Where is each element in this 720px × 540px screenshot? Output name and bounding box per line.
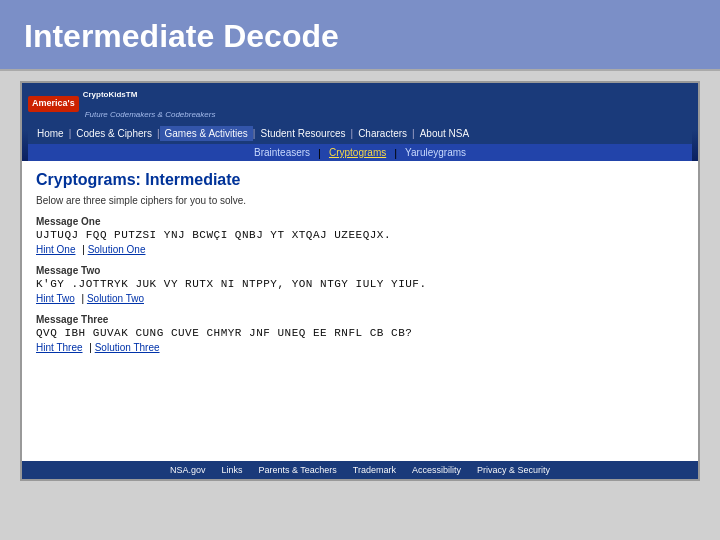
footer-trademark[interactable]: Trademark — [353, 465, 396, 475]
logo-area: America's CryptoKidsTM Future Codemakers… — [28, 87, 692, 123]
message-one-links: Hint One | Solution One — [36, 244, 684, 255]
message-two-links: Hint Two | Solution Two — [36, 293, 684, 304]
subnav-sep-2: | — [394, 147, 397, 159]
nav-codes[interactable]: Codes & Ciphers — [71, 126, 157, 141]
nav-characters[interactable]: Characters — [353, 126, 412, 141]
link-sep-3: | — [89, 342, 94, 353]
footer-accessibility[interactable]: Accessibility — [412, 465, 461, 475]
message-two-cipher: K'GY .JOTTRYK JUK VY RUTX NI NTPPY, YON … — [36, 278, 684, 290]
footer-privacy[interactable]: Privacy & Security — [477, 465, 550, 475]
hint-three-link[interactable]: Hint Three — [36, 342, 83, 353]
browser-frame: America's CryptoKidsTM Future Codemakers… — [20, 81, 700, 481]
message-two-label: Message Two — [36, 265, 684, 276]
logo-cryptokids: CryptoKidsTM — [83, 89, 138, 106]
footer-nsa[interactable]: NSA.gov — [170, 465, 206, 475]
message-three-cipher: QVQ IBH GUVAK CUNG CUVE CHMYR JNF UNEQ E… — [36, 327, 684, 339]
hint-one-link[interactable]: Hint One — [36, 244, 75, 255]
logo-america: America's — [32, 98, 75, 108]
message-one-block: Message One UJTUQJ FQQ PUTZSI YNJ BCWÇI … — [36, 216, 684, 255]
footer-links[interactable]: Links — [221, 465, 242, 475]
logo-brand: CryptoKidsTM Future Codemakers & Codebre… — [83, 89, 216, 119]
message-three-links: Hint Three | Solution Three — [36, 342, 684, 353]
site-footer: NSA.gov Links Parents & Teachers Tradema… — [22, 461, 698, 479]
solution-two-link[interactable]: Solution Two — [87, 293, 144, 304]
site-header: America's CryptoKidsTM Future Codemakers… — [22, 83, 698, 161]
page-intro: Below are three simple ciphers for you t… — [36, 195, 684, 206]
sub-nav: Brainteasers | Cryptograms | Yaruleygram… — [28, 144, 692, 161]
slide-title: Intermediate Decode — [24, 18, 696, 55]
subnav-yaruleygrams[interactable]: Yaruleygrams — [399, 146, 472, 159]
footer-parents[interactable]: Parents & Teachers — [258, 465, 336, 475]
nav-about[interactable]: About NSA — [415, 126, 474, 141]
solution-one-link[interactable]: Solution One — [88, 244, 146, 255]
main-nav: Home | Codes & Ciphers | Games & Activit… — [28, 123, 692, 144]
content-area: Cryptograms: Intermediate Below are thre… — [22, 161, 698, 461]
subnav-sep-1: | — [318, 147, 321, 159]
logo-box: America's — [28, 96, 79, 112]
logo-tagline: Future Codemakers & Codebreakers — [85, 110, 216, 119]
page-heading: Cryptograms: Intermediate — [36, 171, 684, 189]
subnav-brainteasers[interactable]: Brainteasers — [248, 146, 316, 159]
nav-student[interactable]: Student Resources — [255, 126, 350, 141]
message-three-label: Message Three — [36, 314, 684, 325]
message-two-block: Message Two K'GY .JOTTRYK JUK VY RUTX NI… — [36, 265, 684, 304]
message-one-cipher: UJTUQJ FQQ PUTZSI YNJ BCWÇI QNBJ YT XTQA… — [36, 229, 684, 241]
message-one-label: Message One — [36, 216, 684, 227]
link-sep-1: | — [82, 244, 87, 255]
hint-two-link[interactable]: Hint Two — [36, 293, 75, 304]
logo-tm: TM — [126, 90, 138, 99]
slide-header: Intermediate Decode — [0, 0, 720, 71]
subnav-cryptograms[interactable]: Cryptograms — [323, 146, 392, 159]
nav-games[interactable]: Games & Activities — [160, 126, 253, 141]
logo-name-text: CryptoKids — [83, 90, 126, 99]
nav-home[interactable]: Home — [32, 126, 69, 141]
solution-three-link[interactable]: Solution Three — [95, 342, 160, 353]
message-three-block: Message Three QVQ IBH GUVAK CUNG CUVE CH… — [36, 314, 684, 353]
